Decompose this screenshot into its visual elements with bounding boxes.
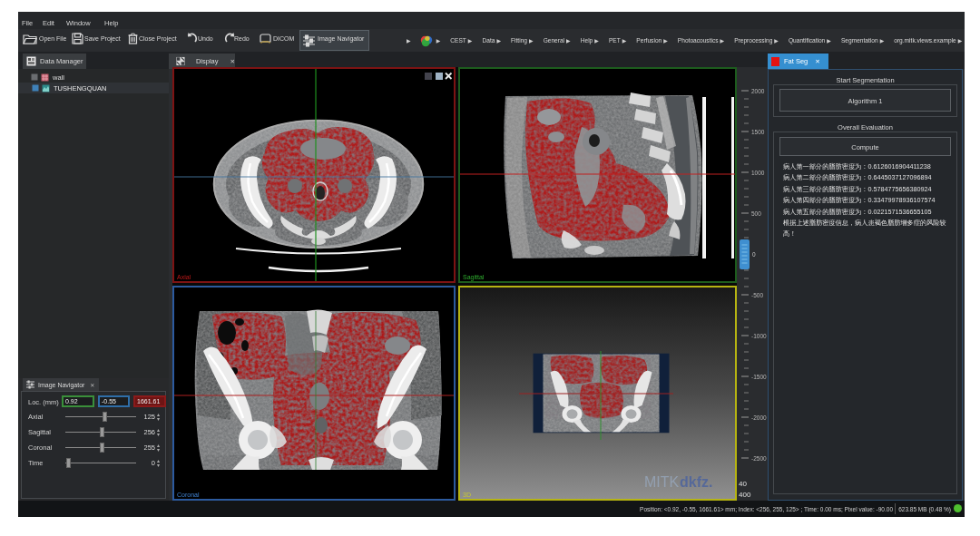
svg-text:MITK: MITK	[644, 474, 680, 490]
svg-text:1500: 1500	[751, 129, 765, 135]
svg-text:-1500: -1500	[751, 374, 767, 380]
svg-text:-500: -500	[751, 292, 763, 298]
svg-text:0: 0	[752, 251, 756, 258]
svg-text:400: 400	[739, 491, 751, 499]
svg-text:-2000: -2000	[751, 414, 767, 421]
svg-text:-1000: -1000	[751, 333, 767, 339]
svg-text:40: 40	[739, 480, 747, 488]
svg-text:dkfz.: dkfz.	[680, 474, 712, 490]
svg-text:1000: 1000	[751, 170, 765, 176]
svg-text:-2500: -2500	[751, 455, 767, 462]
svg-text:500: 500	[751, 210, 761, 217]
svg-text:2000: 2000	[751, 88, 765, 94]
